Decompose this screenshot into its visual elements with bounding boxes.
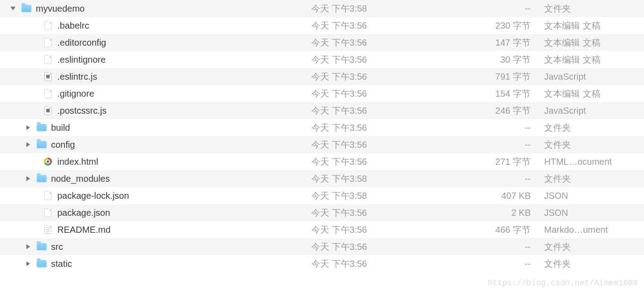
- watermark-text: https://blog.csdn.net/Aimee1608: [488, 278, 638, 287]
- file-size: 154 字节: [419, 88, 544, 100]
- file-row[interactable]: src今天 下午3:56--文件夹: [0, 238, 644, 255]
- date-modified: 今天 下午3:56: [311, 71, 419, 83]
- svg-marker-1: [26, 125, 30, 130]
- date-modified: 今天 下午3:58: [311, 190, 419, 202]
- file-kind: JavaScript: [544, 106, 644, 116]
- file-icon: [43, 38, 53, 47]
- date-modified: 今天 下午3:56: [311, 241, 419, 253]
- disclosure-arrow-icon[interactable]: [25, 244, 31, 250]
- file-row[interactable]: .postcssrc.js今天 下午3:56246 字节JavaScript: [0, 102, 644, 119]
- file-icon: [43, 191, 53, 201]
- date-modified: 今天 下午3:56: [311, 54, 419, 66]
- file-kind: 文本编辑 文稿: [544, 88, 644, 100]
- file-list: myvuedemo今天 下午3:58--文件夹.babelrc今天 下午3:56…: [0, 0, 644, 272]
- file-kind: 文件夹: [544, 3, 644, 15]
- svg-marker-0: [10, 7, 15, 10]
- file-name: config: [51, 140, 75, 150]
- file-kind: HTML…ocument: [544, 157, 644, 167]
- svg-marker-3: [26, 176, 30, 181]
- file-kind: 文件夹: [544, 258, 644, 270]
- file-kind: 文件夹: [544, 139, 644, 151]
- disclosure-arrow-icon[interactable]: [25, 261, 31, 267]
- folder-icon: [21, 4, 31, 13]
- file-row[interactable]: .eslintignore今天 下午3:5630 字节文本编辑 文稿: [0, 51, 644, 68]
- file-name: .babelrc: [57, 21, 89, 31]
- folder-icon: [37, 123, 47, 133]
- file-row[interactable]: package-lock.json今天 下午3:58407 KBJSON: [0, 187, 644, 204]
- file-kind: 文件夹: [544, 173, 644, 185]
- folder-icon: [37, 259, 47, 269]
- file-size: 2 KB: [419, 208, 544, 218]
- file-name: build: [51, 123, 70, 133]
- file-icon: [43, 55, 53, 64]
- file-name: README.md: [57, 225, 111, 235]
- file-kind: JSON: [544, 208, 644, 218]
- date-modified: 今天 下午3:56: [311, 37, 419, 49]
- disclosure-arrow-icon[interactable]: [10, 5, 16, 12]
- folder-icon: [37, 140, 47, 150]
- md-icon: [43, 225, 53, 235]
- file-size: 246 字节: [419, 105, 544, 117]
- file-row[interactable]: .editorconfig今天 下午3:56147 字节文本编辑 文稿: [0, 34, 644, 51]
- file-size: --: [419, 174, 544, 184]
- file-row[interactable]: node_modules今天 下午3:58--文件夹: [0, 170, 644, 187]
- file-name: .postcssrc.js: [57, 106, 107, 116]
- disclosure-arrow-icon[interactable]: [25, 124, 31, 131]
- folder-icon: [37, 174, 47, 184]
- file-kind: 文本编辑 文稿: [544, 54, 644, 66]
- file-kind: Markdo…ument: [544, 225, 644, 235]
- file-name: package.json: [57, 208, 110, 218]
- date-modified: 今天 下午3:56: [311, 20, 419, 32]
- date-modified: 今天 下午3:56: [311, 156, 419, 168]
- file-row[interactable]: package.json今天 下午3:562 KBJSON: [0, 204, 644, 221]
- file-kind: JavaScript: [544, 72, 644, 82]
- file-row[interactable]: .gitignore今天 下午3:56154 字节文本编辑 文稿: [0, 85, 644, 102]
- file-kind: 文件夹: [544, 241, 644, 253]
- file-icon: [43, 21, 53, 30]
- disclosure-arrow-icon[interactable]: [25, 141, 31, 148]
- file-size: 147 字节: [419, 37, 544, 49]
- file-kind: 文本编辑 文稿: [544, 37, 644, 49]
- svg-marker-2: [26, 142, 30, 147]
- svg-marker-4: [26, 244, 30, 249]
- file-size: 230 字节: [419, 20, 544, 32]
- file-kind: JSON: [544, 191, 644, 201]
- file-name: node_modules: [51, 174, 110, 184]
- date-modified: 今天 下午3:56: [311, 224, 419, 236]
- file-name: .editorconfig: [57, 38, 106, 48]
- file-size: --: [419, 242, 544, 252]
- file-size: 791 字节: [419, 71, 544, 83]
- folder-icon: [37, 242, 47, 252]
- file-row[interactable]: config今天 下午3:56--文件夹: [0, 136, 644, 153]
- file-icon: [43, 208, 53, 218]
- file-row[interactable]: README.md今天 下午3:56466 字节Markdo…ument: [0, 221, 644, 238]
- js-icon: [43, 72, 53, 81]
- date-modified: 今天 下午3:58: [311, 173, 419, 185]
- file-name: .eslintrc.js: [57, 72, 97, 82]
- file-row[interactable]: .eslintrc.js今天 下午3:56791 字节JavaScript: [0, 68, 644, 85]
- disclosure-arrow-icon[interactable]: [25, 175, 31, 182]
- file-size: --: [419, 123, 544, 133]
- js-icon: [43, 106, 53, 116]
- file-row[interactable]: .babelrc今天 下午3:56230 字节文本编辑 文稿: [0, 17, 644, 34]
- file-icon: [43, 89, 53, 98]
- file-name: myvuedemo: [36, 4, 85, 14]
- date-modified: 今天 下午3:56: [311, 88, 419, 100]
- file-size: 30 字节: [419, 54, 544, 66]
- svg-marker-5: [26, 261, 30, 266]
- file-size: 407 KB: [419, 191, 544, 201]
- file-row[interactable]: build今天 下午3:56--文件夹: [0, 119, 644, 136]
- file-name: .eslintignore: [57, 55, 106, 65]
- date-modified: 今天 下午3:56: [311, 122, 419, 134]
- file-kind: 文本编辑 文稿: [544, 20, 644, 32]
- file-name: package-lock.json: [57, 191, 129, 201]
- file-size: 466 字节: [419, 224, 544, 236]
- file-row[interactable]: index.html今天 下午3:56271 字节HTML…ocument: [0, 153, 644, 170]
- date-modified: 今天 下午3:56: [311, 258, 419, 270]
- file-name: index.html: [57, 157, 98, 167]
- file-row[interactable]: myvuedemo今天 下午3:58--文件夹: [0, 0, 644, 17]
- file-size: 271 字节: [419, 156, 544, 168]
- file-name: static: [51, 259, 72, 269]
- file-size: --: [419, 140, 544, 150]
- file-row[interactable]: static今天 下午3:56--文件夹: [0, 255, 644, 272]
